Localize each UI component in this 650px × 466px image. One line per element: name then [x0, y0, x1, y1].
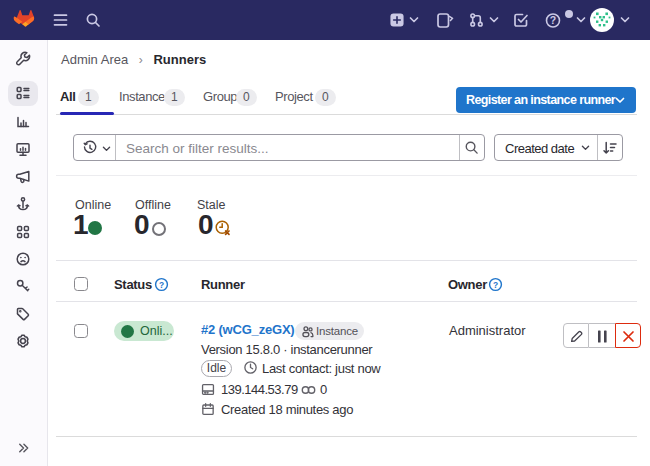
svg-text:?: ? [159, 280, 164, 290]
svg-text:?: ? [550, 14, 556, 26]
svg-text:?: ? [493, 280, 498, 290]
